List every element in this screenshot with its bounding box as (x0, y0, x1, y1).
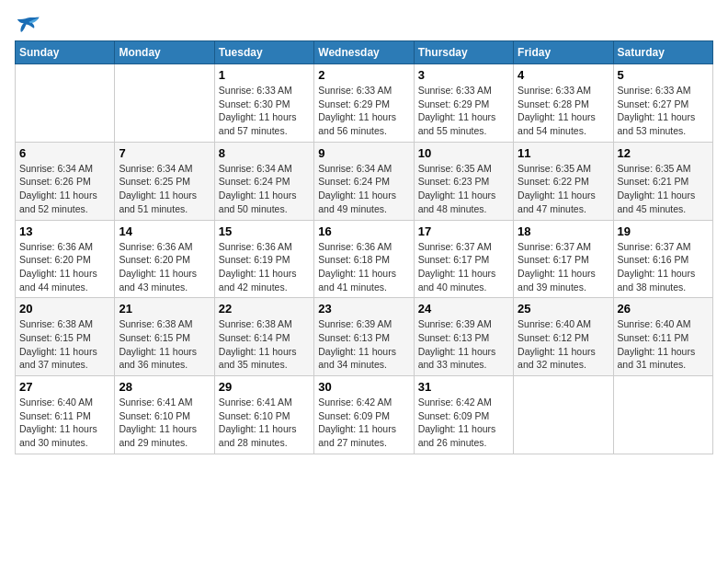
calendar-week-row: 6Sunrise: 6:34 AM Sunset: 6:26 PM Daylig… (16, 142, 713, 220)
day-number: 1 (219, 68, 310, 82)
day-detail: Sunrise: 6:40 AM Sunset: 6:12 PM Dayligh… (518, 317, 609, 372)
calendar-cell (514, 376, 613, 454)
day-number: 26 (618, 302, 709, 316)
calendar-cell: 5Sunrise: 6:33 AM Sunset: 6:27 PM Daylig… (613, 64, 712, 143)
day-number: 23 (318, 302, 409, 316)
logo (15, 15, 44, 37)
day-detail: Sunrise: 6:42 AM Sunset: 6:09 PM Dayligh… (318, 396, 409, 450)
day-detail: Sunrise: 6:41 AM Sunset: 6:10 PM Dayligh… (119, 396, 210, 450)
calendar-cell: 2Sunrise: 6:33 AM Sunset: 6:29 PM Daylig… (314, 64, 414, 143)
day-detail: Sunrise: 6:40 AM Sunset: 6:11 PM Dayligh… (19, 396, 110, 450)
calendar-cell: 12Sunrise: 6:35 AM Sunset: 6:21 PM Dayli… (613, 142, 712, 220)
day-detail: Sunrise: 6:33 AM Sunset: 6:27 PM Dayligh… (618, 84, 709, 138)
day-number: 19 (618, 224, 709, 238)
day-detail: Sunrise: 6:41 AM Sunset: 6:10 PM Dayligh… (219, 396, 310, 450)
calendar-cell: 22Sunrise: 6:38 AM Sunset: 6:14 PM Dayli… (214, 298, 313, 376)
day-number: 31 (418, 380, 509, 394)
calendar-cell: 9Sunrise: 6:34 AM Sunset: 6:24 PM Daylig… (314, 142, 414, 220)
day-number: 3 (418, 68, 509, 82)
calendar-cell: 23Sunrise: 6:39 AM Sunset: 6:13 PM Dayli… (314, 298, 414, 376)
calendar-cell: 29Sunrise: 6:41 AM Sunset: 6:10 PM Dayli… (214, 376, 313, 454)
day-detail: Sunrise: 6:37 AM Sunset: 6:17 PM Dayligh… (518, 240, 609, 294)
calendar-cell: 26Sunrise: 6:40 AM Sunset: 6:11 PM Dayli… (613, 298, 712, 376)
day-number: 15 (219, 224, 310, 238)
day-number: 6 (19, 146, 110, 160)
day-number: 14 (119, 224, 210, 238)
day-number: 7 (119, 146, 210, 160)
column-header-friday: Friday (514, 41, 613, 64)
day-detail: Sunrise: 6:33 AM Sunset: 6:29 PM Dayligh… (318, 84, 409, 138)
day-detail: Sunrise: 6:35 AM Sunset: 6:21 PM Dayligh… (618, 162, 709, 216)
calendar-table: SundayMondayTuesdayWednesdayThursdayFrid… (15, 40, 713, 454)
day-number: 27 (19, 380, 110, 394)
day-number: 4 (518, 68, 609, 82)
day-detail: Sunrise: 6:34 AM Sunset: 6:24 PM Dayligh… (219, 162, 310, 216)
day-number: 16 (318, 224, 409, 238)
column-header-monday: Monday (115, 41, 214, 64)
calendar-header-row: SundayMondayTuesdayWednesdayThursdayFrid… (16, 41, 713, 64)
day-number: 22 (219, 302, 310, 316)
column-header-tuesday: Tuesday (214, 41, 313, 64)
calendar-cell: 17Sunrise: 6:37 AM Sunset: 6:17 PM Dayli… (414, 220, 513, 298)
day-detail: Sunrise: 6:34 AM Sunset: 6:26 PM Dayligh… (19, 162, 110, 216)
calendar-cell (115, 64, 214, 143)
day-detail: Sunrise: 6:36 AM Sunset: 6:19 PM Dayligh… (219, 240, 310, 294)
day-number: 2 (318, 68, 409, 82)
calendar-cell: 31Sunrise: 6:42 AM Sunset: 6:09 PM Dayli… (414, 376, 513, 454)
calendar-cell (16, 64, 115, 143)
day-detail: Sunrise: 6:36 AM Sunset: 6:18 PM Dayligh… (318, 240, 409, 294)
calendar-cell: 21Sunrise: 6:38 AM Sunset: 6:15 PM Dayli… (115, 298, 214, 376)
day-number: 24 (418, 302, 509, 316)
day-number: 18 (518, 224, 609, 238)
calendar-cell: 10Sunrise: 6:35 AM Sunset: 6:23 PM Dayli… (414, 142, 513, 220)
day-number: 11 (518, 146, 609, 160)
day-detail: Sunrise: 6:40 AM Sunset: 6:11 PM Dayligh… (618, 317, 709, 372)
calendar-cell: 16Sunrise: 6:36 AM Sunset: 6:18 PM Dayli… (314, 220, 414, 298)
day-detail: Sunrise: 6:35 AM Sunset: 6:22 PM Dayligh… (518, 162, 609, 216)
day-number: 13 (19, 224, 110, 238)
day-detail: Sunrise: 6:33 AM Sunset: 6:28 PM Dayligh… (518, 84, 609, 138)
calendar-cell: 6Sunrise: 6:34 AM Sunset: 6:26 PM Daylig… (16, 142, 115, 220)
day-number: 30 (318, 380, 409, 394)
day-detail: Sunrise: 6:34 AM Sunset: 6:24 PM Dayligh… (318, 162, 409, 216)
day-detail: Sunrise: 6:35 AM Sunset: 6:23 PM Dayligh… (418, 162, 509, 216)
calendar-cell: 15Sunrise: 6:36 AM Sunset: 6:19 PM Dayli… (214, 220, 313, 298)
calendar-cell: 18Sunrise: 6:37 AM Sunset: 6:17 PM Dayli… (514, 220, 613, 298)
day-number: 17 (418, 224, 509, 238)
day-number: 20 (19, 302, 110, 316)
logo-bird-icon (15, 15, 40, 37)
day-detail: Sunrise: 6:38 AM Sunset: 6:15 PM Dayligh… (19, 317, 110, 372)
column-header-saturday: Saturday (613, 41, 712, 64)
calendar-cell: 1Sunrise: 6:33 AM Sunset: 6:30 PM Daylig… (214, 64, 313, 143)
calendar-week-row: 1Sunrise: 6:33 AM Sunset: 6:30 PM Daylig… (16, 64, 713, 143)
day-detail: Sunrise: 6:37 AM Sunset: 6:16 PM Dayligh… (618, 240, 709, 294)
day-number: 8 (219, 146, 310, 160)
day-number: 21 (119, 302, 210, 316)
calendar-cell: 27Sunrise: 6:40 AM Sunset: 6:11 PM Dayli… (16, 376, 115, 454)
day-detail: Sunrise: 6:36 AM Sunset: 6:20 PM Dayligh… (19, 240, 110, 294)
day-detail: Sunrise: 6:33 AM Sunset: 6:30 PM Dayligh… (219, 84, 310, 138)
day-number: 25 (518, 302, 609, 316)
day-number: 28 (119, 380, 210, 394)
day-number: 10 (418, 146, 509, 160)
calendar-cell: 28Sunrise: 6:41 AM Sunset: 6:10 PM Dayli… (115, 376, 214, 454)
calendar-cell: 8Sunrise: 6:34 AM Sunset: 6:24 PM Daylig… (214, 142, 313, 220)
day-detail: Sunrise: 6:36 AM Sunset: 6:20 PM Dayligh… (119, 240, 210, 294)
calendar-cell: 25Sunrise: 6:40 AM Sunset: 6:12 PM Dayli… (514, 298, 613, 376)
page-header (15, 15, 713, 37)
day-detail: Sunrise: 6:38 AM Sunset: 6:14 PM Dayligh… (219, 317, 310, 372)
calendar-cell: 24Sunrise: 6:39 AM Sunset: 6:13 PM Dayli… (414, 298, 513, 376)
calendar-cell: 30Sunrise: 6:42 AM Sunset: 6:09 PM Dayli… (314, 376, 414, 454)
day-detail: Sunrise: 6:33 AM Sunset: 6:29 PM Dayligh… (418, 84, 509, 138)
calendar-cell: 14Sunrise: 6:36 AM Sunset: 6:20 PM Dayli… (115, 220, 214, 298)
calendar-cell: 3Sunrise: 6:33 AM Sunset: 6:29 PM Daylig… (414, 64, 513, 143)
day-detail: Sunrise: 6:34 AM Sunset: 6:25 PM Dayligh… (119, 162, 210, 216)
calendar-cell (613, 376, 712, 454)
column-header-wednesday: Wednesday (314, 41, 414, 64)
day-number: 9 (318, 146, 409, 160)
calendar-cell: 7Sunrise: 6:34 AM Sunset: 6:25 PM Daylig… (115, 142, 214, 220)
calendar-cell: 19Sunrise: 6:37 AM Sunset: 6:16 PM Dayli… (613, 220, 712, 298)
day-detail: Sunrise: 6:39 AM Sunset: 6:13 PM Dayligh… (318, 317, 409, 372)
day-number: 12 (618, 146, 709, 160)
column-header-sunday: Sunday (16, 41, 115, 64)
